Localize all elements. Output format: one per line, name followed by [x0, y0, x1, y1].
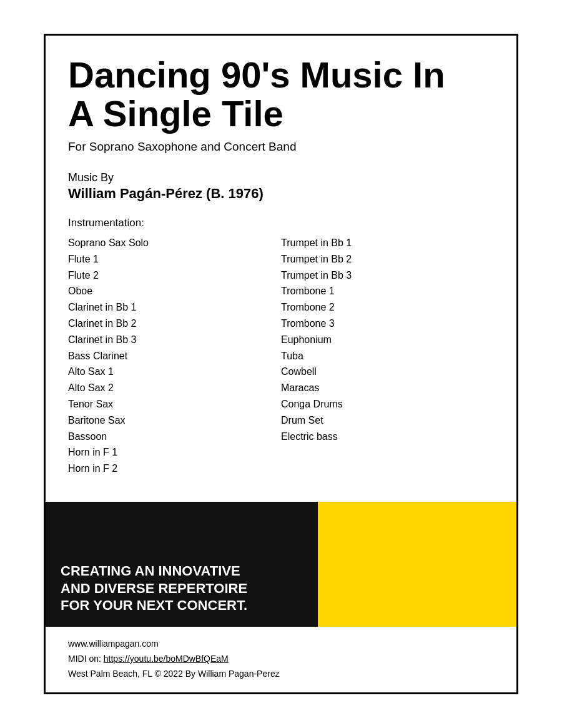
list-item: Euphonium [281, 332, 494, 348]
list-item: Bass Clarinet [68, 349, 281, 364]
list-item: Tuba [281, 349, 494, 364]
list-item: Cowbell [281, 364, 494, 380]
list-item: Drum Set [281, 413, 494, 429]
music-by-label: Music By [68, 171, 494, 184]
main-title: Dancing 90's Music In A Single Tile [68, 56, 494, 134]
list-item: Tenor Sax [68, 397, 281, 412]
footer-copyright: West Palm Beach, FL © 2022 By William Pa… [68, 667, 494, 682]
instrument-columns: Soprano Sax Solo Flute 1 Flute 2 Oboe Cl… [68, 236, 494, 477]
list-item: Clarinet in Bb 3 [68, 332, 281, 348]
composer: William Pagán-Pérez (B. 1976) [68, 186, 494, 202]
list-item: Electric bass [281, 429, 494, 445]
list-item: Alto Sax 2 [68, 381, 281, 396]
footer-website: www.williampagan.com [68, 637, 494, 652]
card: Dancing 90's Music In A Single Tile For … [44, 34, 518, 695]
content-area: Dancing 90's Music In A Single Tile For … [46, 36, 516, 489]
list-item: Trombone 1 [281, 284, 494, 299]
list-item: Soprano Sax Solo [68, 236, 281, 251]
list-item: Clarinet in Bb 1 [68, 300, 281, 316]
instrumentation-label: Instrumentation: [68, 217, 494, 229]
instrument-col-right: Trumpet in Bb 1 Trumpet in Bb 2 Trumpet … [281, 236, 494, 477]
list-item: Trumpet in Bb 3 [281, 268, 494, 284]
list-item: Baritone Sax [68, 413, 281, 429]
list-item: Alto Sax 1 [68, 364, 281, 380]
list-item: Maracas [281, 381, 494, 396]
page: Dancing 90's Music In A Single Tile For … [0, 0, 562, 728]
list-item: Flute 2 [68, 268, 281, 284]
banner-black: CREATING AN INNOVATIVE AND DIVERSE REPER… [46, 502, 318, 627]
footer-midi-link[interactable]: https://youtu.be/boMDwBfQEaM [104, 654, 229, 664]
list-item: Conga Drums [281, 397, 494, 412]
list-item: Clarinet in Bb 2 [68, 316, 281, 332]
list-item: Horn in F 1 [68, 445, 281, 461]
banner-text: CREATING AN INNOVATIVE AND DIVERSE REPER… [61, 562, 247, 614]
list-item: Flute 1 [68, 252, 281, 267]
list-item: Trumpet in Bb 2 [281, 252, 494, 267]
list-item: Horn in F 2 [68, 461, 281, 477]
banner-area: CREATING AN INNOVATIVE AND DIVERSE REPER… [46, 502, 516, 627]
footer-midi: MIDI on: https://youtu.be/boMDwBfQEaM [68, 652, 494, 667]
list-item: Trombone 3 [281, 316, 494, 332]
subtitle: For Soprano Saxophone and Concert Band [68, 140, 494, 154]
list-item: Trumpet in Bb 1 [281, 236, 494, 251]
footer-area: www.williampagan.com MIDI on: https://yo… [46, 627, 516, 692]
list-item: Trombone 2 [281, 300, 494, 316]
instrument-col-left: Soprano Sax Solo Flute 1 Flute 2 Oboe Cl… [68, 236, 281, 477]
banner-yellow [318, 502, 516, 627]
list-item: Oboe [68, 284, 281, 299]
list-item: Bassoon [68, 429, 281, 445]
